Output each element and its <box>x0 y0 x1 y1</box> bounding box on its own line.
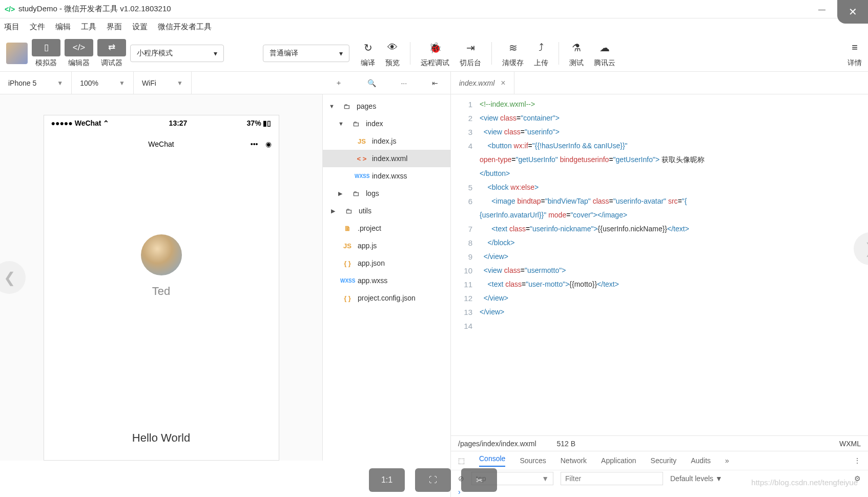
folder-index[interactable]: ▼🗀index <box>323 115 450 132</box>
minimize-button[interactable]: — <box>807 0 837 18</box>
motto-text: Hello World <box>132 431 190 445</box>
menu-ui[interactable]: 界面 <box>107 22 122 32</box>
devtools-menu-icon[interactable]: ⋮ <box>854 456 861 465</box>
inspect-icon[interactable]: ⬚ <box>458 456 465 465</box>
search-icon[interactable]: 🔍 <box>367 79 376 87</box>
folder-utils[interactable]: ▶🗀utils <box>323 202 450 220</box>
chevron-down-icon: ▼ <box>177 79 183 87</box>
mode-select-label: 小程序模式 <box>137 49 173 58</box>
background-button[interactable]: ⇥切后台 <box>460 39 481 68</box>
file-app-js[interactable]: JSapp.js <box>323 237 450 254</box>
menu-project[interactable]: 项目 <box>4 22 19 32</box>
remote-debug-button[interactable]: 🐞远程调试 <box>421 39 449 68</box>
main-toolbar: ▯ 模拟器 </> 编辑器 ⇄ 调试器 小程序模式 ▾ 普通编译 ▾ ↻编译 👁… <box>0 35 868 72</box>
clear-cache-button[interactable]: ≋清缓存 <box>502 39 524 68</box>
code-body[interactable]: <!--index.wxml--> <view class="container… <box>480 94 868 435</box>
chevron-down-icon: ▼ <box>57 79 63 87</box>
tab-application[interactable]: Application <box>601 456 636 465</box>
tab-sources[interactable]: Sources <box>520 456 546 465</box>
exit-icon: ⇥ <box>466 39 475 56</box>
user-avatar-image[interactable] <box>141 234 182 275</box>
json-icon: { } <box>340 294 355 302</box>
window-title: studyDemo - 微信开发者工具 v1.02.1803210 <box>18 4 171 14</box>
cloud-button[interactable]: ☁腾讯云 <box>594 39 615 68</box>
file-project[interactable]: 🗎.project <box>323 220 450 237</box>
device-select[interactable]: iPhone 5▼ <box>0 72 72 94</box>
file-index-js[interactable]: JSindex.js <box>323 132 450 150</box>
status-bar: ●●●●● WeChat ⌃ 13:27 37% ▮▯ <box>44 115 279 131</box>
menu-settings[interactable]: 设置 <box>132 22 148 32</box>
simulator-bar: iPhone 5▼ 100%▼ WiFi▼ <box>0 72 323 94</box>
close-tab-icon[interactable]: × <box>501 78 505 88</box>
menu-icon: ≡ <box>852 39 858 56</box>
collapse-icon[interactable]: ⇤ <box>432 79 438 87</box>
phone-icon: ▯ <box>32 39 60 56</box>
console-prompt[interactable]: › <box>451 487 868 497</box>
folder-logs[interactable]: ▶🗀logs <box>323 185 450 202</box>
target-icon[interactable]: ◉ <box>265 140 272 148</box>
tab-security[interactable]: Security <box>651 456 677 465</box>
close-button[interactable]: ✕ <box>837 0 868 24</box>
zoom-select[interactable]: 100%▼ <box>72 72 134 94</box>
user-avatar[interactable] <box>6 43 28 64</box>
js-icon: JS <box>355 137 369 145</box>
divider <box>410 42 410 65</box>
refresh-icon: ↻ <box>364 39 373 56</box>
debugger-toggle[interactable]: ⇄ 调试器 <box>97 39 126 68</box>
test-button[interactable]: ⚗测试 <box>569 39 584 68</box>
fullscreen-button[interactable]: ⛶ <box>415 468 451 492</box>
file-index-wxss[interactable]: WXSSindex.wxss <box>323 167 450 185</box>
menu-edit[interactable]: 编辑 <box>55 22 71 32</box>
more-tabs-icon[interactable]: » <box>725 456 729 465</box>
folder-icon: 🗀 <box>341 207 356 215</box>
file-lang: WXML <box>839 440 861 448</box>
main-area: iPhone 5▼ 100%▼ WiFi▼ ❮ ●●●●● WeChat ⌃ 1… <box>0 72 868 497</box>
levels-select[interactable]: Default levels ▼ <box>670 474 722 483</box>
folder-icon: 🗀 <box>348 120 363 128</box>
battery: 37% ▮▯ <box>247 119 272 127</box>
editor-toggle[interactable]: </> 编辑器 <box>65 39 93 68</box>
tab-index-wxml[interactable]: index.wxml × <box>451 72 514 94</box>
file-project-config[interactable]: { }project.config.json <box>323 289 450 307</box>
float-controls: 1:1 ⛶ ✂ <box>369 468 497 492</box>
signal-carrier: ●●●●● WeChat ⌃ <box>51 119 110 127</box>
code-area[interactable]: 1234567891011121314 <!--index.wxml--> <v… <box>451 94 868 435</box>
menu-tools[interactable]: 工具 <box>81 22 96 32</box>
debug-icon: ⇄ <box>97 39 126 56</box>
chevron-down-icon: ▾ <box>339 49 343 57</box>
tab-audits[interactable]: Audits <box>691 456 711 465</box>
phone-body: Ted Hello World <box>44 157 279 460</box>
file-index-wxml[interactable]: < >index.wxml <box>323 150 450 167</box>
devtools-tabs: ⬚ Console Sources Network Application Se… <box>451 451 868 470</box>
menu-file[interactable]: 文件 <box>30 22 45 32</box>
wifi-icon: ⌃ <box>103 119 109 127</box>
compile-select[interactable]: 普通编译 ▾ <box>263 45 349 62</box>
upload-button[interactable]: ⤴上传 <box>534 39 548 68</box>
file-size: 512 B <box>557 440 576 448</box>
debugger-label: 调试器 <box>101 58 122 68</box>
more-icon[interactable]: ••• <box>251 140 258 148</box>
file-app-json[interactable]: { }app.json <box>323 254 450 272</box>
file-app-wxss[interactable]: WXSSapp.wxss <box>323 272 450 289</box>
ratio-button[interactable]: 1:1 <box>369 468 405 492</box>
folder-pages[interactable]: ▼🗀pages <box>323 97 450 115</box>
flask-icon: ⚗ <box>572 39 581 56</box>
add-icon[interactable]: ＋ <box>335 78 342 88</box>
network-select[interactable]: WiFi▼ <box>134 72 192 94</box>
detail-button[interactable]: ≡详情 <box>848 39 862 68</box>
compile-button[interactable]: ↻编译 <box>361 39 375 68</box>
tab-network[interactable]: Network <box>561 456 587 465</box>
cloud-icon: ☁ <box>600 39 610 56</box>
compile-select-label: 普通编译 <box>270 49 298 58</box>
preview-button[interactable]: 👁预览 <box>385 39 400 68</box>
simulator-toggle[interactable]: ▯ 模拟器 <box>32 39 60 68</box>
phone-frame: ●●●●● WeChat ⌃ 13:27 37% ▮▯ WeChat ••• ◉… <box>44 115 279 461</box>
nav-prev-button[interactable]: ❮ <box>0 261 26 294</box>
code-icon: </> <box>65 39 93 56</box>
menu-wechat-devtools[interactable]: 微信开发者工具 <box>158 22 212 32</box>
mode-select[interactable]: 小程序模式 ▾ <box>130 45 224 62</box>
tab-console[interactable]: Console <box>479 454 505 467</box>
snip-button[interactable]: ✂ <box>461 468 497 492</box>
more-icon[interactable]: ··· <box>401 79 407 87</box>
filter-input[interactable] <box>561 472 663 485</box>
